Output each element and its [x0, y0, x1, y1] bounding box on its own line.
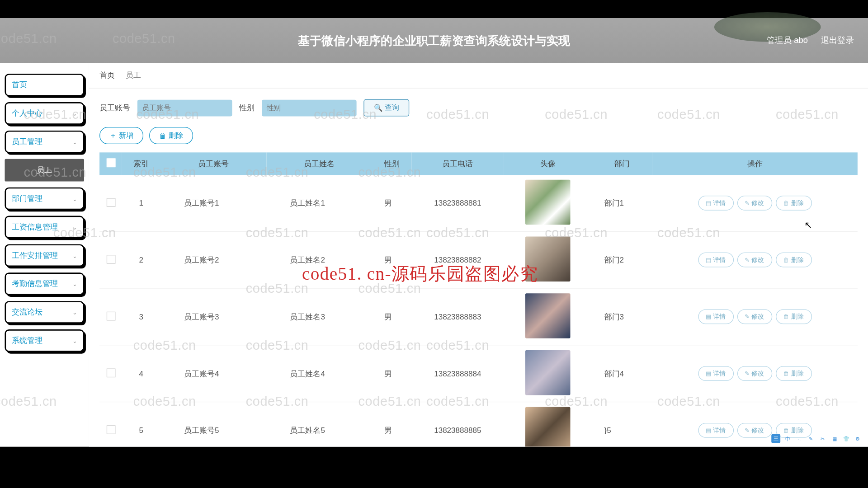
search-button-label: 查询 [385, 103, 399, 113]
cell-name: 员工姓名5 [266, 402, 372, 447]
col-dept: 部门 [592, 152, 652, 175]
account-input[interactable] [137, 99, 232, 116]
edit-button[interactable]: ✎修改 [737, 196, 772, 211]
filter-account-label: 员工账号 [99, 103, 130, 113]
row-checkbox[interactable] [106, 254, 115, 263]
sidebar-item-schedule[interactable]: 工作安排管理 ⌄ [5, 244, 84, 267]
cell-index: 1 [122, 175, 160, 231]
cell-avatar [504, 231, 592, 288]
filter-gender-label: 性别 [239, 103, 255, 113]
cell-gender: 男 [372, 231, 411, 288]
table-row: 3员工账号3员工姓名3男13823888883部门3▤详情✎修改🗑删除 [99, 288, 858, 345]
cell-phone: 13823888881 [411, 175, 504, 231]
row-delete-button[interactable]: 🗑删除 [775, 310, 811, 324]
chevron-down-icon: ⌄ [72, 252, 77, 258]
detail-button[interactable]: ▤详情 [698, 423, 734, 438]
add-button[interactable]: ＋ 新增 [99, 127, 143, 144]
col-index: 索引 [122, 152, 160, 175]
sidebar-item-profile[interactable]: 个人中心 ⌄ [5, 102, 84, 125]
col-account: 员工账号 [160, 152, 266, 175]
sidebar-item-label: 部门管理 [12, 193, 42, 204]
ime-icon[interactable]: 王 [771, 434, 780, 443]
ime-grid-icon[interactable]: ▦ [830, 434, 839, 443]
edit-button[interactable]: ✎修改 [737, 253, 772, 267]
edit-button[interactable]: ✎修改 [737, 423, 772, 438]
doc-icon: ▤ [706, 370, 711, 376]
row-delete-button[interactable]: 🗑删除 [775, 366, 811, 381]
cell-account: 员工账号1 [160, 175, 266, 231]
content-card: 员工账号 性别 🔍 查询 ＋ 新增 🗑 [89, 89, 868, 447]
table-row: 4员工账号4员工姓名4男13823888884部门4▤详情✎修改🗑删除 [99, 345, 858, 402]
ime-scissor-icon[interactable]: ✂ [818, 434, 827, 443]
table-row: 2员工账号2员工姓名2男13823888882部门2▤详情✎修改🗑删除 [99, 231, 858, 288]
logout-link[interactable]: 退出登录 [821, 35, 854, 46]
row-checkbox[interactable] [106, 425, 115, 434]
ime-gear-icon[interactable]: ⚙ [853, 434, 862, 443]
gender-input[interactable] [262, 99, 357, 116]
search-button[interactable]: 🔍 查询 [363, 99, 409, 116]
app-header: 基于微信小程序的企业职工薪资查询系统设计与实现 管理员 abo 退出登录 [0, 18, 868, 63]
table-head: 索引 员工账号 员工姓名 性别 员工电话 头像 部门 操作 [99, 152, 858, 175]
detail-button[interactable]: ▤详情 [698, 310, 734, 324]
ime-shirt-icon[interactable]: 👕 [842, 434, 851, 443]
cell-name: 员工姓名4 [266, 345, 372, 402]
delete-button-label: 删除 [169, 131, 183, 141]
edit-button[interactable]: ✎修改 [737, 366, 772, 381]
detail-button[interactable]: ▤详情 [698, 196, 734, 211]
sidebar-item-department[interactable]: 部门管理 ⌄ [5, 188, 84, 210]
ime-punct-icon[interactable]: ·, [795, 434, 804, 443]
breadcrumb-home[interactable]: 首页 [99, 70, 115, 81]
row-delete-button[interactable]: 🗑删除 [775, 253, 811, 267]
ime-lang-icon[interactable]: 中 [783, 434, 792, 443]
sidebar-item-label: 个人中心 [12, 108, 42, 119]
avatar [526, 236, 571, 282]
desktop-taskbar: 王 中 ·, ✎ ✂ ▦ 👕 ⚙ [771, 434, 862, 443]
row-checkbox[interactable] [106, 368, 115, 377]
cell-index: 3 [122, 288, 160, 345]
admin-user-label[interactable]: 管理员 abo [767, 35, 808, 46]
row-checkbox[interactable] [106, 198, 115, 207]
detail-button[interactable]: ▤详情 [698, 253, 734, 267]
trash-icon: 🗑 [783, 427, 789, 433]
sidebar-item-attendance[interactable]: 考勤信息管理 ⌄ [5, 272, 84, 295]
col-phone: 员工电话 [411, 152, 504, 175]
cell-index: 5 [122, 402, 160, 447]
sidebar-item-label: 员工管理 [12, 136, 42, 147]
doc-icon: ▤ [706, 427, 711, 433]
cell-actions: ▤详情✎修改🗑删除 [652, 231, 858, 288]
trash-icon: 🗑 [783, 314, 789, 320]
sidebar-item-label: 考勤信息管理 [12, 278, 58, 289]
sidebar: 首页 ⌄ 个人中心 ⌄ 员工管理 ⌄ 员工 部门管理 ⌄ 工资信息管理 ⌄ 工作… [0, 63, 89, 447]
toolbar: ＋ 新增 🗑 删除 [99, 127, 858, 144]
edit-button[interactable]: ✎修改 [737, 310, 772, 324]
cell-name: 员工姓名2 [266, 231, 372, 288]
sidebar-item-home[interactable]: 首页 ⌄ [5, 74, 84, 96]
breadcrumb: 首页 员工 [89, 63, 868, 89]
ime-pen-icon[interactable]: ✎ [807, 434, 816, 443]
sidebar-item-label: 首页 [12, 80, 27, 90]
search-icon: 🔍 [374, 103, 383, 112]
cell-gender: 男 [372, 345, 411, 402]
avatar [526, 407, 571, 447]
row-delete-button[interactable]: 🗑删除 [775, 196, 811, 211]
sidebar-item-forum[interactable]: 交流论坛 ⌄ [5, 301, 84, 324]
cell-phone: 13823888882 [411, 231, 504, 288]
cell-account: 员工账号3 [160, 288, 266, 345]
edit-icon: ✎ [745, 370, 749, 376]
detail-button[interactable]: ▤详情 [698, 366, 734, 381]
sidebar-item-label: 工作安排管理 [12, 250, 58, 261]
sidebar-subitem-employee[interactable]: 员工 [5, 159, 84, 182]
cell-account: 员工账号2 [160, 231, 266, 288]
cell-account: 员工账号4 [160, 345, 266, 402]
delete-button[interactable]: 🗑 删除 [149, 127, 193, 144]
avatar [526, 350, 571, 395]
select-all-checkbox[interactable] [106, 158, 115, 167]
row-checkbox[interactable] [106, 311, 115, 320]
edit-icon: ✎ [745, 257, 749, 263]
sidebar-item-employee[interactable]: 员工管理 ⌄ [5, 131, 84, 153]
breadcrumb-current: 员工 [126, 70, 141, 81]
cell-name: 员工姓名1 [266, 175, 372, 231]
sidebar-item-system[interactable]: 系统管理 ⌄ [5, 329, 84, 352]
sidebar-item-label: 系统管理 [12, 335, 42, 346]
sidebar-item-salary[interactable]: 工资信息管理 ⌄ [5, 216, 84, 239]
